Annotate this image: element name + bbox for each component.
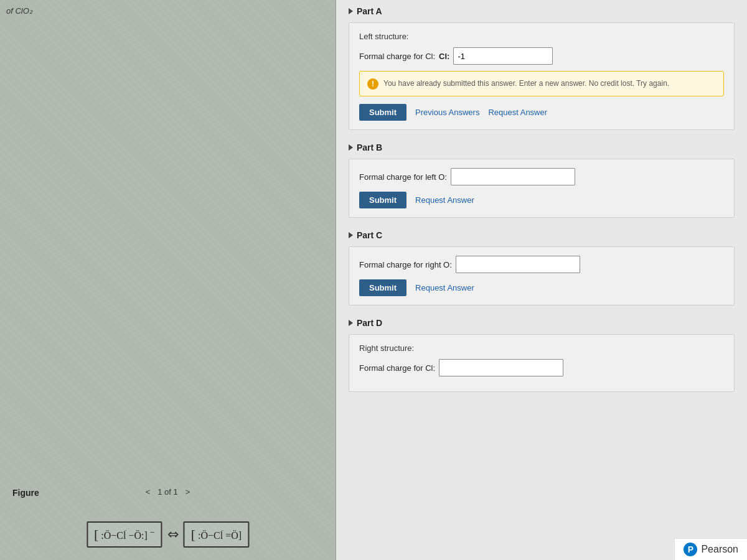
part-c-title: Part C	[357, 230, 382, 240]
part-a-alert: ! You have already submitted this answer…	[359, 71, 724, 96]
alert-text: You have already submitted this answer. …	[383, 78, 669, 89]
part-b-action-row: Submit Request Answer	[359, 192, 724, 208]
part-a-request-answer-btn[interactable]: Request Answer	[488, 108, 547, 117]
part-c-input[interactable]	[456, 256, 580, 273]
part-d-content: Right structure: Formal charge for Cl:	[349, 334, 735, 392]
part-a-action-row: Submit Previous Answers Request Answer	[359, 104, 724, 121]
figure-nav: < 1 of 1 >	[143, 486, 193, 498]
part-a-previous-answers-btn[interactable]: Previous Answers	[415, 108, 479, 117]
part-c-content: Formal charge for right O: Submit Reques…	[349, 246, 735, 306]
part-d-toggle[interactable]	[349, 320, 353, 326]
figure-prev-btn[interactable]: <	[143, 486, 153, 498]
part-d-field-row: Formal charge for Cl:	[359, 359, 724, 376]
part-a-input[interactable]	[453, 47, 553, 65]
part-d-sub-label: Right structure:	[359, 343, 724, 353]
part-c-toggle[interactable]	[349, 232, 353, 238]
part-a-section: Part A Left structure: Formal charge for…	[349, 6, 735, 130]
formula-left: [ :Ö−Cl¨ −Ö:] −	[87, 521, 162, 548]
part-b-title: Part B	[357, 142, 382, 152]
formula-right: [ :Ö−Cl¨ =Ö]	[184, 521, 249, 548]
lewis-formula-container: [ :Ö−Cl¨ −Ö:] − ⇔ [ :Ö−Cl¨ =Ö]	[87, 521, 249, 548]
part-c-request-answer-btn[interactable]: Request Answer	[415, 283, 474, 292]
part-a-header: Part A	[349, 6, 735, 16]
left-panel: of ClO₂ Figure < 1 of 1 > [ :Ö−Cl¨ −Ö:] …	[0, 0, 336, 560]
part-d-title: Part D	[357, 318, 382, 328]
part-b-field-label: Formal charge for left O:	[359, 172, 447, 182]
top-label: of ClO₂	[6, 6, 32, 16]
pearson-logo: P	[684, 543, 697, 556]
pearson-label: Pearson	[701, 544, 738, 555]
part-b-input[interactable]	[451, 168, 575, 185]
part-b-field-row: Formal charge for left O:	[359, 168, 724, 185]
part-d-input[interactable]	[439, 359, 563, 376]
part-a-title: Part A	[357, 6, 382, 16]
pearson-footer: P Pearson	[674, 538, 747, 560]
part-c-field-row: Formal charge for right O:	[359, 256, 724, 273]
part-c-submit-btn[interactable]: Submit	[359, 279, 406, 296]
part-b-section: Part B Formal charge for left O: Submit …	[349, 142, 735, 218]
part-a-cl-label: Cl:	[439, 52, 449, 61]
figure-next-btn[interactable]: >	[183, 486, 193, 498]
part-b-toggle[interactable]	[349, 144, 353, 151]
right-panel: Part A Left structure: Formal charge for…	[336, 0, 747, 560]
part-d-section: Part D Right structure: Formal charge fo…	[349, 318, 735, 392]
figure-label: Figure	[12, 488, 39, 498]
part-b-request-answer-btn[interactable]: Request Answer	[415, 195, 474, 205]
part-a-submit-btn[interactable]: Submit	[359, 104, 406, 121]
part-b-header: Part B	[349, 142, 735, 152]
part-a-sub-label: Left structure:	[359, 32, 724, 41]
part-a-field-label: Formal charge for Cl:	[359, 52, 435, 61]
resonance-arrow: ⇔	[167, 526, 179, 543]
part-d-field-label: Formal charge for Cl:	[359, 363, 435, 373]
part-c-header: Part C	[349, 230, 735, 240]
figure-counter: 1 of 1	[157, 487, 178, 497]
alert-icon: !	[367, 78, 378, 90]
part-c-section: Part C Formal charge for right O: Submit…	[349, 230, 735, 306]
part-a-field-row: Formal charge for Cl: Cl:	[359, 47, 724, 65]
part-a-content: Left structure: Formal charge for Cl: Cl…	[349, 22, 735, 130]
part-d-header: Part D	[349, 318, 735, 328]
part-c-field-label: Formal charge for right O:	[359, 260, 452, 269]
part-c-action-row: Submit Request Answer	[359, 279, 724, 296]
part-b-content: Formal charge for left O: Submit Request…	[349, 159, 735, 218]
part-a-toggle[interactable]	[349, 8, 353, 14]
part-b-submit-btn[interactable]: Submit	[359, 192, 406, 208]
